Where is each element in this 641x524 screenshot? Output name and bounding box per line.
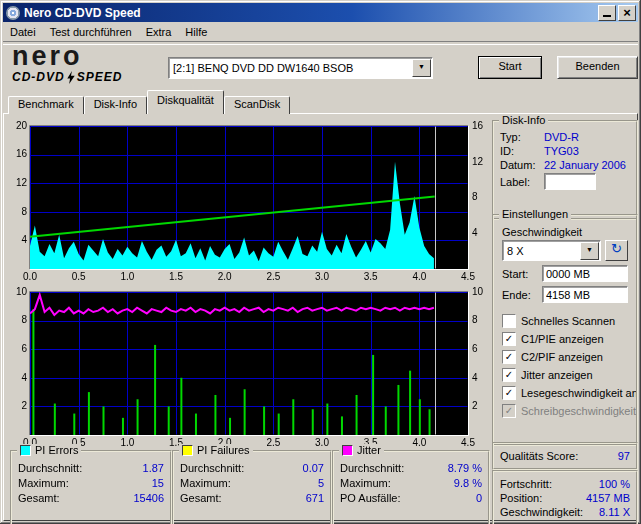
minimize-icon [603, 15, 611, 17]
c2-pif-label: C2/PIF anzeigen [521, 351, 603, 363]
fortschritt-value: 100 % [599, 478, 630, 490]
checkbox-row-schnelles-scannen: Schnelles Scannen [494, 312, 636, 330]
stat-value: 9.8 % [454, 477, 482, 489]
start-position-input[interactable] [542, 265, 628, 282]
tab-scandisk[interactable]: ScanDisk [224, 96, 290, 114]
disk-info-group: Disk-Info Typ: DVD-R ID: TYG03 Datum: 22… [492, 120, 638, 220]
stat-value: 8.79 % [448, 462, 482, 474]
start-field-label: Start: [502, 268, 542, 280]
lesegeschwindigkeit-checkbox[interactable]: ✓ [502, 386, 516, 400]
jitter-swatch [342, 445, 353, 456]
stat-value: 671 [306, 492, 324, 504]
stat-label: Gesamt: [180, 492, 306, 504]
stat-value: 0 [476, 492, 482, 504]
start-field-row: Start: [502, 265, 628, 282]
schnelles-scannen-label: Schnelles Scannen [521, 315, 615, 327]
datum-value: 22 January 2006 [544, 159, 630, 171]
typ-label: Typ: [500, 131, 544, 143]
disk-info-row-datum: Datum: 22 January 2006 [494, 158, 636, 172]
stat-value: 15 [152, 477, 164, 489]
checkbox-row-c1-pie: ✓ C1/PIE anzeigen [494, 330, 636, 348]
menu-extra[interactable]: Extra [139, 24, 179, 40]
progress-row-geschwindigkeit: Geschwindigkeit: 8.11 X [494, 505, 636, 518]
tab-strip: Benchmark Disk-Info Diskqualität ScanDis… [8, 94, 290, 114]
beenden-button[interactable]: Beenden [557, 56, 638, 79]
chevron-down-icon[interactable]: ▼ [580, 242, 599, 260]
menu-datei[interactable]: Datei [3, 24, 43, 40]
jitter-title: Jitter [357, 444, 381, 456]
pi-errors-legend: PI Errors [17, 444, 81, 456]
refresh-icon: ↻ [611, 241, 622, 256]
menu-test-durchfuehren[interactable]: Test durchführen [43, 24, 139, 40]
disk-info-row-typ: Typ: DVD-R [494, 130, 636, 144]
stat-row: Gesamt: 671 [174, 490, 330, 505]
end-position-input[interactable] [542, 286, 628, 303]
nero-brand-text: nero [12, 44, 164, 69]
stat-label: Durchschnitt: [340, 462, 448, 474]
disk-info-row-id: ID: TYG03 [494, 144, 636, 158]
label-input[interactable] [544, 173, 596, 190]
stat-label: Durchschnitt: [18, 462, 143, 474]
tab-benchmark[interactable]: Benchmark [8, 96, 84, 114]
drive-select-value: [2:1] BENQ DVD DD DW1640 BSOB [169, 62, 411, 74]
settings-title: Einstellungen [499, 208, 571, 220]
menu-hilfe[interactable]: Hilfe [178, 24, 214, 40]
schnelles-scannen-checkbox[interactable] [502, 314, 516, 328]
progress-row-fortschritt: Fortschritt: 100 % [494, 477, 636, 490]
c2-pif-checkbox[interactable]: ✓ [502, 350, 516, 364]
cd-icon [6, 6, 20, 20]
stat-row: Maximum: 9.8 % [334, 475, 488, 490]
checkbox-row-jitter: ✓ Jitter anzeigen [494, 366, 636, 384]
title-bar: Nero CD-DVD Speed × [3, 3, 638, 22]
stat-label: Gesamt: [18, 492, 133, 504]
end-field-label: Ende: [502, 289, 542, 301]
stat-row: Durchschnitt: 1.87 [12, 460, 170, 475]
stat-label: PO Ausfälle: [340, 492, 476, 504]
stat-label: Maximum: [180, 477, 318, 489]
logo-speed-text: SPEED [77, 70, 123, 84]
position-label: Position: [500, 492, 586, 504]
schreibgeschwindigkeit-label: Schreibgeschwindigkeit anzeigen [521, 405, 636, 417]
checkbox-row-c2-pif: ✓ C2/PIF anzeigen [494, 348, 636, 366]
progress-group: Fortschritt: 100 % Position: 4157 MB Ges… [492, 470, 638, 524]
checkbox-list: Schnelles Scannen ✓ C1/PIE anzeigen ✓ C2… [494, 312, 636, 420]
pi-errors-chart [10, 120, 488, 282]
pi-failures-swatch [182, 445, 193, 456]
tab-disk-info[interactable]: Disk-Info [84, 96, 147, 114]
tab-diskqualitaet[interactable]: Diskqualität [147, 90, 224, 114]
stat-label: Durchschnitt: [180, 462, 303, 474]
menu-bar: Datei Test durchführen Extra Hilfe [3, 23, 638, 41]
c1-pie-label: C1/PIE anzeigen [521, 333, 604, 345]
jitter-label: Jitter anzeigen [521, 369, 593, 381]
fortschritt-label: Fortschritt: [500, 478, 599, 490]
jitter-checkbox[interactable]: ✓ [502, 368, 516, 382]
close-button[interactable]: × [618, 5, 636, 21]
speed-row: 8 X ▼ ↻ [502, 240, 628, 261]
jitter-legend: Jitter [339, 444, 384, 456]
settings-group: Einstellungen Geschwindigkeit 8 X ▼ ↻ St… [492, 214, 638, 446]
refresh-button[interactable]: ↻ [605, 240, 628, 261]
stat-row: PO Ausfälle: 0 [334, 490, 488, 505]
datum-label: Datum: [500, 159, 544, 171]
chevron-down-icon[interactable]: ▼ [412, 59, 431, 77]
stat-row: Durchschnitt: 0.07 [174, 460, 330, 475]
id-value: TYG03 [544, 145, 630, 157]
lesegeschwindigkeit-label: Lesegeschwindigkeit anzeigen [521, 387, 636, 399]
app-window: Nero CD-DVD Speed × Datei Test durchführ… [0, 0, 641, 524]
quality-score-row: Qualitäts Score: 97 [494, 444, 636, 468]
nero-product-text: CD-DVD SPEED [12, 70, 164, 84]
drive-select[interactable]: [2:1] BENQ DVD DD DW1640 BSOB ▼ [168, 57, 433, 79]
stat-label: Maximum: [18, 477, 152, 489]
id-label: ID: [500, 145, 544, 157]
start-button[interactable]: Start [478, 56, 542, 79]
speed-select[interactable]: 8 X ▼ [502, 240, 601, 261]
pi-failures-stats-group: PI Failures Durchschnitt: 0.07 Maximum: … [172, 450, 332, 524]
pi-failures-legend: PI Failures [179, 444, 253, 456]
end-field-row: Ende: [502, 286, 628, 303]
geschwindigkeit-value: 8.11 X [599, 506, 630, 518]
c1-pie-checkbox[interactable]: ✓ [502, 332, 516, 346]
close-icon: × [623, 7, 631, 18]
minimize-button[interactable] [598, 5, 616, 21]
stat-row: Maximum: 15 [12, 475, 170, 490]
progress-row-position: Position: 4157 MB [494, 491, 636, 504]
